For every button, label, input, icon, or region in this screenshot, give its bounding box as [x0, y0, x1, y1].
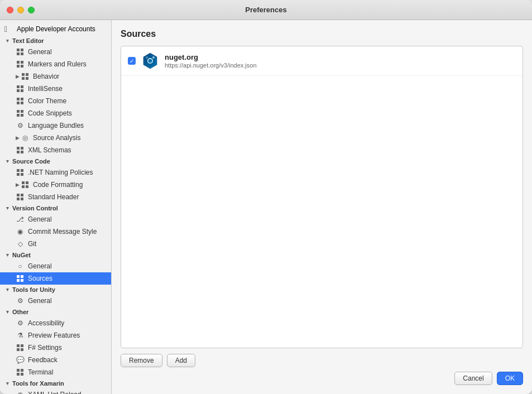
ok-button[interactable]: OK [497, 372, 523, 385]
sidebar-item-accessibility[interactable]: ⚙ Accessibility [0, 317, 111, 329]
source-name: nuget.org [165, 53, 257, 61]
sidebar-item-language-bundles[interactable]: ⚙ Language Bundles [0, 119, 111, 132]
sidebar-section-tools-xamarin[interactable]: ▾ Tools for Xamarin [0, 378, 111, 388]
svg-rect-27 [21, 151, 23, 153]
item-label: Code Snippets [28, 109, 72, 117]
sidebar-section-nuget[interactable]: ▾ NuGet [0, 250, 111, 260]
sidebar-item-standard-header[interactable]: Standard Header [0, 191, 111, 203]
maximize-button[interactable] [28, 7, 35, 13]
svg-rect-43 [21, 279, 23, 282]
sidebar-item-feedback[interactable]: 💬 Feedback [0, 354, 111, 366]
chevron-down-icon: ▾ [4, 158, 10, 164]
item-label: Source Analysis [33, 134, 80, 142]
preferences-window: Preferences  Apple Developer Accounts ▾… [0, 0, 532, 394]
svg-rect-26 [17, 151, 20, 153]
target-icon: ◎ [21, 133, 30, 142]
sidebar-section-text-editor[interactable]: ▾ Text Editor [0, 36, 111, 46]
svg-rect-51 [21, 373, 23, 376]
item-label: XAML Hot Reload [28, 391, 82, 394]
traffic-lights [7, 7, 35, 13]
svg-rect-12 [17, 85, 20, 88]
sidebar-item-color-theme[interactable]: Color Theme [0, 95, 111, 107]
grid-icon [16, 109, 25, 118]
source-row[interactable]: nuget.org https://api.nuget.org/v3/index… [121, 46, 523, 76]
grid-icon [21, 72, 30, 81]
svg-rect-36 [17, 194, 20, 196]
chevron-down-icon: ▾ [4, 205, 10, 211]
cancel-button[interactable]: Cancel [454, 372, 492, 385]
svg-rect-47 [21, 348, 23, 351]
svg-rect-45 [21, 344, 23, 347]
source-url: https://api.nuget.org/v3/index.json [165, 62, 257, 69]
sidebar-section-source-code[interactable]: ▾ Source Code [0, 156, 111, 166]
sidebar-item-terminal[interactable]: Terminal [0, 366, 111, 378]
grid-icon [16, 47, 25, 56]
sidebar-item-source-analysis[interactable]: ▶ ◎ Source Analysis [0, 132, 111, 144]
sidebar-item-commit-message[interactable]: ◉ Commit Message Style [0, 225, 111, 238]
item-label: Color Theme [28, 97, 66, 105]
svg-rect-35 [26, 185, 28, 188]
svg-rect-14 [17, 89, 20, 92]
chevron-right-icon: ▶ [16, 135, 20, 141]
item-label: Accessibility [28, 319, 64, 327]
minimize-button[interactable] [17, 7, 24, 13]
titlebar: Preferences [0, 0, 532, 20]
sidebar-item-code-formatting[interactable]: ▶ Code Formatting [0, 179, 111, 191]
item-label: Behavior [33, 73, 59, 80]
circle-dot-icon: ◉ [16, 227, 25, 236]
svg-rect-34 [22, 185, 25, 188]
sidebar-item-preview-features[interactable]: ⚗ Preview Features [0, 329, 111, 342]
nuget-icon [141, 52, 159, 70]
circle-dot-icon: ◉ [16, 390, 25, 394]
right-panel: Sources [112, 20, 532, 394]
sidebar-item-sources[interactable]: Sources [0, 272, 111, 285]
item-label: General [28, 262, 52, 270]
svg-rect-23 [21, 114, 23, 117]
sidebar-item-xml-schemas[interactable]: XML Schemas [0, 144, 111, 156]
sidebar-item-apple-dev[interactable]:  Apple Developer Accounts [0, 22, 111, 36]
svg-rect-6 [17, 65, 20, 68]
section-label: NuGet [12, 252, 31, 258]
grid-icon [16, 274, 25, 283]
svg-rect-16 [17, 98, 20, 100]
section-label: Source Code [12, 158, 50, 165]
svg-rect-18 [17, 102, 20, 104]
sidebar-item-intellisense[interactable]: IntelliSense [0, 83, 111, 95]
svg-rect-15 [21, 89, 23, 92]
sidebar-item-net-naming[interactable]: .NET Naming Policies [0, 166, 111, 179]
sidebar-section-version-control[interactable]: ▾ Version Control [0, 203, 111, 213]
sidebar-item-code-snippets[interactable]: Code Snippets [0, 107, 111, 119]
grid-icon [16, 84, 25, 93]
sidebar-section-tools-unity[interactable]: ▾ Tools for Unity [0, 285, 111, 295]
svg-rect-7 [21, 65, 23, 68]
sidebar-item-git[interactable]: ◇ Git [0, 238, 111, 250]
main-content:  Apple Developer Accounts ▾ Text Editor… [0, 20, 532, 394]
svg-rect-31 [21, 173, 23, 176]
add-button[interactable]: Add [167, 354, 195, 367]
sidebar-item-markers-rulers[interactable]: Markers and Rulers [0, 58, 111, 70]
close-button[interactable] [7, 7, 13, 13]
item-label: Sources [28, 275, 52, 282]
sidebar-item-general-nuget[interactable]: ○ General [0, 260, 111, 272]
sidebar-item-xaml-hot-reload[interactable]: ◉ XAML Hot Reload [0, 388, 111, 394]
svg-rect-29 [21, 169, 23, 172]
bottom-actions: Remove Add [121, 354, 195, 367]
svg-rect-30 [17, 173, 20, 176]
svg-rect-32 [22, 181, 25, 184]
sidebar-item-behavior[interactable]: ▶ Behavior [0, 70, 111, 83]
svg-rect-33 [26, 181, 28, 184]
source-checkbox[interactable] [128, 57, 136, 65]
sidebar-item-general-tfu[interactable]: ⚙ General [0, 295, 111, 307]
remove-button[interactable]: Remove [121, 354, 162, 367]
diamond-icon: ◇ [16, 239, 25, 248]
sidebar-item-general-te[interactable]: General [0, 46, 111, 58]
sidebar-section-other[interactable]: ▾ Other [0, 307, 111, 317]
svg-rect-24 [17, 147, 20, 150]
sidebar-item-fsharp-settings[interactable]: F# Settings [0, 342, 111, 354]
section-label: Version Control [12, 205, 58, 212]
grid-icon [21, 180, 30, 189]
item-label: Commit Message Style [28, 228, 97, 236]
svg-point-56 [152, 56, 155, 59]
svg-rect-0 [17, 49, 20, 51]
sidebar-item-general-vc[interactable]: ⎇ General [0, 213, 111, 225]
